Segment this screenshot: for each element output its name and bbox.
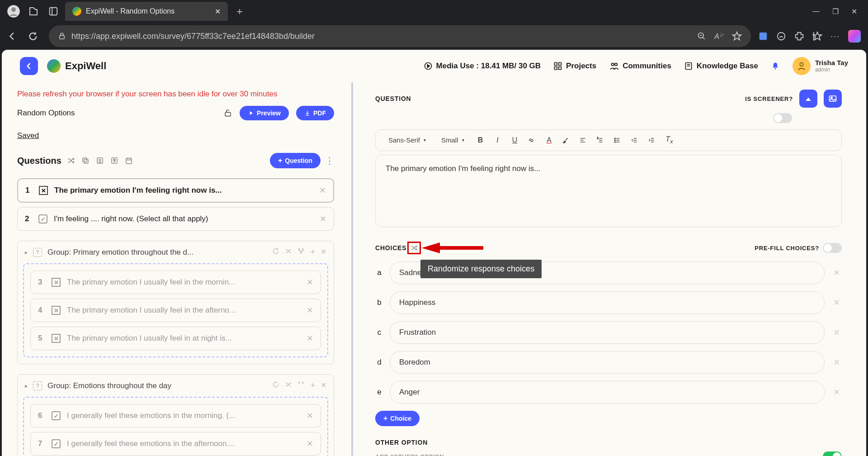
back-button[interactable] [20,57,38,75]
choice-input[interactable] [390,381,825,404]
help-icon[interactable]: ? [109,156,119,166]
remove-question-icon[interactable]: ✕ [307,305,313,315]
favorite-icon[interactable] [732,31,742,41]
calendar-icon[interactable] [124,156,134,166]
choice-input[interactable] [390,291,825,314]
shuffle-icon[interactable] [66,156,76,166]
text-size-icon[interactable]: Aン [714,32,724,41]
question-menu-icon[interactable]: ⋮ [325,155,334,166]
nav-projects[interactable]: Projects [553,62,596,71]
link-icon[interactable] [528,137,537,144]
group-title[interactable]: Group: Primary emotion throughout the d.… [47,248,193,257]
pdf-button[interactable]: PDF [296,106,334,120]
group-shuffle-icon[interactable] [285,381,292,390]
unlock-icon[interactable] [223,109,232,118]
question-item-7[interactable]: 7 ✓ I generally feel these emotions in t… [30,432,321,456]
pane-divider[interactable] [350,82,354,456]
copy-icon[interactable] [80,156,90,166]
group-add-icon[interactable]: + [310,247,315,257]
remove-question-icon[interactable]: ✕ [307,333,313,343]
remove-question-icon[interactable]: ✕ [307,277,313,287]
question-item-1[interactable]: 1 ✕ The primary emotion I'm feeling righ… [17,178,334,203]
question-item-2[interactable]: 2 ✓ I'm feeling .... right now. (Select … [17,207,334,231]
nav-communities[interactable]: Communities [609,61,671,71]
choice-input[interactable] [390,321,825,344]
preview-button[interactable]: Preview [240,106,289,120]
group-refresh-icon[interactable] [272,381,279,390]
text-color-icon[interactable]: A [545,136,554,144]
more-icon[interactable]: ··· [830,32,840,41]
remove-choice-icon[interactable]: ✕ [831,298,842,308]
remove-choice-icon[interactable]: ✕ [831,328,842,337]
back-icon[interactable] [7,31,21,41]
profile-icon[interactable] [5,3,22,19]
underline-icon[interactable]: U [510,136,519,144]
new-tab-icon[interactable]: ＋ [231,3,248,19]
group-remove-icon[interactable]: ✕ [321,381,326,390]
saved-status[interactable]: Saved [17,131,334,140]
font-family-select[interactable]: Sans-Serif▾ [385,134,429,146]
minimize-icon[interactable]: — [812,7,820,16]
prefill-toggle[interactable] [823,243,842,253]
group-add-icon[interactable]: + [310,381,315,390]
ordered-list-icon[interactable]: 1 [596,137,605,144]
question-item-5[interactable]: 5 ✕ The primary emotion I usually feel i… [30,327,321,350]
add-question-button[interactable]: +Question [270,153,321,168]
group-remove-icon[interactable]: ✕ [321,247,326,257]
group-refresh-icon[interactable] [272,247,279,257]
remove-question-icon[interactable]: ✕ [307,439,313,449]
copilot-icon[interactable] [848,30,861,43]
media-use-indicator[interactable]: Media Use : 18.41 MB/ 30 GB [424,62,541,71]
logo[interactable]: ExpiWell [47,59,106,73]
image-action-button[interactable] [824,90,842,108]
group-branch-icon[interactable] [297,247,305,257]
remove-choice-icon[interactable]: ✕ [831,357,842,367]
chevron-right-icon[interactable]: ▸ [25,249,28,256]
workspaces-icon[interactable] [25,3,42,19]
remove-question-icon[interactable]: ✕ [307,411,313,421]
user-menu[interactable]: Trisha Tay admin [793,57,848,75]
highlight-icon[interactable] [562,137,571,144]
chevron-right-icon[interactable]: ▸ [25,383,28,389]
group-title[interactable]: Group: Emotions throughout the day [47,381,171,390]
align-icon[interactable] [579,137,588,144]
lock-icon[interactable] [58,32,66,40]
bullet-list-icon[interactable] [613,137,623,144]
question-item-6[interactable]: 6 ✓ I generally feel these emotions in t… [30,404,321,428]
notifications-icon[interactable] [771,62,780,71]
remove-question-icon[interactable]: ✕ [320,214,326,224]
upload-action-button[interactable] [799,90,817,108]
indent-icon[interactable] [648,137,657,144]
favorites-icon[interactable] [812,31,822,41]
choice-input[interactable] [390,351,825,374]
nav-knowledge[interactable]: Knowledge Base [684,62,758,71]
remove-choice-icon[interactable]: ✕ [831,268,842,278]
close-window-icon[interactable]: ✕ [851,7,857,16]
add-other-toggle[interactable] [823,451,842,456]
browser-tab[interactable]: ExpiWell - Random Options ✕ [65,2,228,21]
italic-icon[interactable]: I [493,136,502,144]
bold-icon[interactable]: B [476,136,485,144]
zoom-icon[interactable] [697,32,706,41]
list-icon[interactable] [95,156,105,166]
refresh-icon[interactable] [28,31,42,41]
add-choice-button[interactable]: +Choice [375,411,420,426]
group-shuffle-icon[interactable] [285,247,292,257]
remove-question-icon[interactable]: ✕ [319,185,326,195]
font-size-select[interactable]: Small▾ [438,134,468,146]
question-text-editor[interactable]: The primary emotion I'm feeling right no… [375,155,842,227]
extensions-icon[interactable] [794,31,804,41]
tab-actions-icon[interactable] [45,3,61,19]
question-item-3[interactable]: 3 ✕ The primary emotion I usually feel i… [30,271,321,294]
screener-toggle[interactable] [773,113,792,123]
outdent-icon[interactable] [631,137,640,144]
clear-format-icon[interactable]: Tx [665,135,674,145]
extension-icon-2[interactable] [776,31,786,41]
randomize-choices-button[interactable] [407,242,421,254]
maximize-icon[interactable]: ❐ [832,7,839,16]
group-branch-icon[interactable] [297,381,305,390]
tab-close-icon[interactable]: ✕ [215,7,221,16]
question-item-4[interactable]: 4 ✕ The primary emotion I usually feel i… [30,299,321,322]
url-bar[interactable]: https://app.expiwell.com/survey/6775ff33… [49,25,751,47]
extension-icon-1[interactable] [758,31,768,41]
